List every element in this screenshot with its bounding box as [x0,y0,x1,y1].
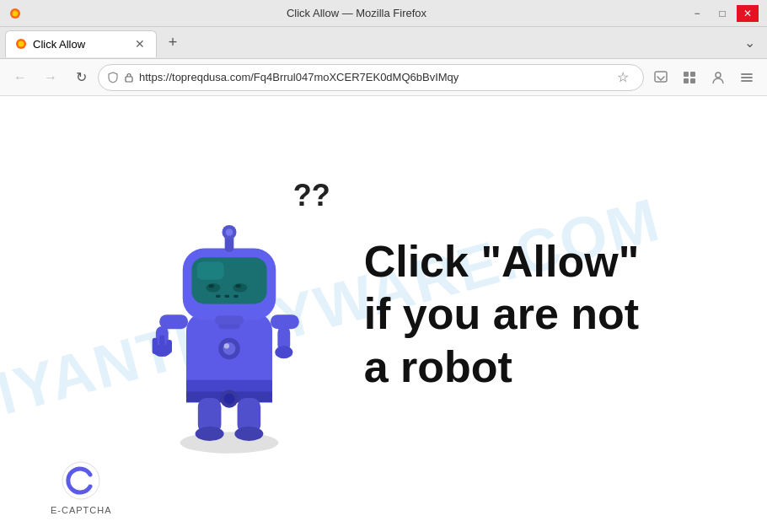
tab-menu-button[interactable]: ⌄ [737,30,762,56]
firefox-icon [8,7,22,20]
content-area: ?? [0,153,767,476]
svg-rect-28 [224,294,228,297]
close-button[interactable]: ✕ [737,5,759,22]
svg-point-14 [180,432,278,454]
profile-icon [711,70,726,85]
svg-rect-8 [684,78,689,83]
main-text-line2: if you are not [364,287,640,340]
svg-rect-4 [126,77,132,82]
pocket-icon [653,70,668,85]
svg-rect-27 [216,294,220,297]
svg-rect-40 [166,339,171,352]
extensions-icon [682,70,697,85]
svg-point-34 [225,228,233,236]
svg-rect-39 [159,335,164,352]
hamburger-icon [739,70,754,85]
svg-point-10 [716,73,721,78]
window-title: Click Allow — Mozilla Firefox [27,7,686,19]
pocket-button[interactable] [647,64,674,91]
extensions-button[interactable] [676,64,703,91]
svg-point-1 [13,10,19,16]
text-section: Click "Allow" if you are not a robot [364,235,640,393]
svg-rect-6 [684,72,689,77]
navbar-extras [647,64,760,91]
shield-icon [107,72,119,83]
bookmark-button[interactable]: ☆ [611,66,635,89]
page-content: MYANTISPYWARE.COM ?? [0,96,767,532]
svg-rect-31 [215,315,244,325]
menu-button[interactable] [733,64,760,91]
question-marks: ?? [293,178,330,213]
url-input[interactable] [139,71,606,83]
navbar: ← → ↻ ☆ [0,59,767,96]
tab-close-button[interactable]: ✕ [132,36,148,51]
svg-point-45 [195,426,223,440]
lock-icon [124,73,134,83]
tabbar: Click Allow ✕ + ⌄ [0,27,767,59]
svg-rect-38 [152,337,157,353]
robot-illustration: ?? [128,169,347,459]
svg-point-26 [235,284,240,287]
titlebar: Click Allow — Mozilla Firefox − □ ✕ [0,0,767,27]
window-controls: − □ ✕ [686,5,759,22]
main-text-line1: Click "Allow" [364,235,640,287]
new-tab-button[interactable]: + [160,30,185,56]
svg-point-24 [208,284,213,287]
svg-rect-9 [690,78,695,83]
svg-rect-29 [233,294,238,297]
tab-favicon [14,37,28,51]
svg-point-23 [206,282,220,292]
forward-button[interactable]: → [37,64,64,91]
ecaptcha-label: E-CAPTCHA [51,505,112,515]
address-bar[interactable]: ☆ [98,64,644,91]
maximize-button[interactable]: □ [711,5,733,22]
svg-point-3 [19,41,24,47]
svg-point-19 [223,393,234,404]
minimize-button[interactable]: − [686,5,708,22]
main-text-line3: a robot [364,341,640,393]
tab-label: Click Allow [33,38,127,51]
svg-point-25 [233,282,247,292]
svg-rect-7 [690,72,695,77]
active-tab[interactable]: Click Allow ✕ [5,30,157,57]
svg-point-50 [223,343,228,348]
svg-rect-22 [196,261,223,279]
svg-point-47 [234,426,263,440]
refresh-button[interactable]: ↻ [67,64,94,91]
back-button[interactable]: ← [7,64,34,91]
svg-point-43 [275,346,292,358]
profile-button[interactable] [705,64,732,91]
main-text: Click "Allow" if you are not a robot [364,235,640,393]
